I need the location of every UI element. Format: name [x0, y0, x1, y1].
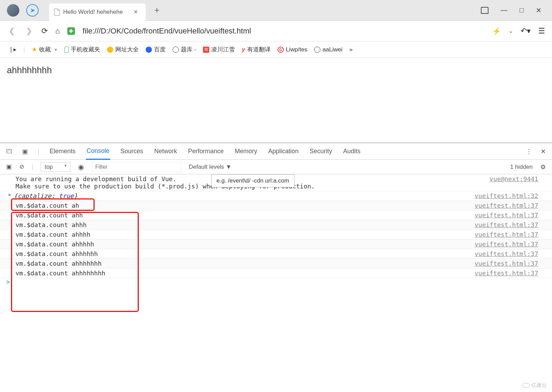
bookmark-label: 网址大全: [115, 46, 139, 53]
gear-icon[interactable]: ⚙: [540, 163, 546, 171]
undo-button[interactable]: ↶▾: [521, 27, 531, 36]
bookmark-label: Liwp/tes: [286, 46, 307, 53]
extensions-toggle[interactable]: ❘▸: [9, 46, 17, 53]
bookmark-label: 有道翻译: [247, 46, 271, 53]
address-bar: ❮ ❯ ⟳ ⌂ ✚ file:///D:/OK/Code/frontEnd/vu…: [0, 21, 552, 41]
bookmark-sites[interactable]: 网址大全: [107, 46, 139, 53]
console-sidebar-toggle-icon[interactable]: ▣: [6, 163, 12, 170]
log-row: vm.$data.count ahhhvueiftest.html:37: [0, 220, 552, 230]
menu-button[interactable]: ☰: [538, 27, 545, 36]
skin-icon[interactable]: [481, 7, 488, 14]
clear-console-icon[interactable]: ⊘: [19, 163, 24, 170]
chevron-down-icon[interactable]: ⌄: [509, 28, 513, 34]
watermark: 亿速云: [522, 382, 547, 389]
browser-tab[interactable]: Hello World! hehehehe ×: [49, 3, 146, 21]
console-toolbar: ▣ ⊘ | top ◉ Default levels ▼ 1 hidden ⚙: [0, 160, 552, 174]
log-source-link[interactable]: vueiftest.html:37: [475, 241, 538, 248]
bookmark-favorites[interactable]: ★收藏▼: [32, 46, 58, 53]
log-row: vm.$data.count ahhhhvueiftest.html:37: [0, 230, 552, 239]
eye-icon[interactable]: ◉: [78, 163, 84, 171]
devtools: ⮹ ▣ | Elements Console Sources Network P…: [0, 143, 552, 285]
tab-network[interactable]: Network: [154, 144, 178, 159]
bookmark-youdao[interactable]: y有道翻译: [242, 46, 270, 53]
tab-console[interactable]: Console: [86, 143, 110, 160]
url-text[interactable]: file:///D:/OK/Code/frontEnd/vueHello/vue…: [83, 27, 485, 36]
tab-performance[interactable]: Performance: [187, 144, 224, 159]
log-source-link[interactable]: vueiftest.html:37: [475, 250, 538, 257]
log-row: vm.$data.count ahhvueiftest.html:37: [0, 210, 552, 220]
log-message: vm.$data.count ahhhhh: [16, 241, 475, 248]
bookmark-mobile[interactable]: 手机收藏夹: [65, 46, 100, 53]
youdao-icon: y: [242, 46, 245, 53]
divider: |: [23, 47, 25, 53]
log-source-link[interactable]: vueiftest.html:37: [475, 212, 538, 219]
tiku-icon: [173, 47, 179, 53]
tab-sources[interactable]: Sources: [120, 144, 144, 159]
log-source-link[interactable]: vueiftest.html:32: [475, 192, 538, 199]
home-button[interactable]: ⌂: [55, 27, 60, 36]
log-message: vm.$data.count ahhhhhhh: [16, 260, 475, 267]
tab-audits[interactable]: Audits: [342, 144, 361, 159]
tab-elements[interactable]: Elements: [49, 144, 76, 159]
log-message: vm.$data.count ahhh: [16, 221, 475, 228]
baidu-icon: [146, 47, 152, 53]
minimize-button[interactable]: —: [501, 6, 507, 14]
log-message: vm.$data.count ahhhhhh: [16, 250, 475, 257]
log-source-link[interactable]: vue@next:9441: [490, 175, 538, 183]
console-prompt[interactable]: >: [0, 278, 552, 285]
console-body: You are running a development build of V…: [0, 174, 552, 285]
bookmark-liwp[interactable]: GLiwp/tes: [278, 46, 307, 53]
maximize-button[interactable]: □: [520, 6, 524, 14]
log-source-link[interactable]: vueiftest.html:37: [475, 202, 538, 209]
bookmark-label: aaLiwei: [322, 46, 342, 53]
new-tab-button[interactable]: +: [154, 5, 159, 16]
log-row: ▶ {captalize: true} vueiftest.html:32: [0, 191, 552, 201]
log-message: vm.$data.count ahhhhhhhh: [16, 270, 475, 277]
log-levels-select[interactable]: Default levels ▼: [189, 164, 232, 170]
divider: |: [38, 148, 39, 155]
expand-icon[interactable]: ▶: [9, 192, 11, 197]
bookmark-baidu[interactable]: 百度: [146, 46, 166, 53]
back-button[interactable]: ❮: [7, 25, 17, 37]
forward-button[interactable]: ❯: [24, 25, 34, 37]
bookmark-tiku[interactable]: 题库 -: [173, 46, 196, 53]
bookmark-label: 凌川江雪: [211, 46, 235, 53]
log-source-link[interactable]: vueiftest.html:37: [475, 260, 538, 267]
devtools-menu-icon[interactable]: ⋮: [526, 148, 532, 155]
bookmark-more[interactable]: »: [349, 46, 352, 53]
nav-compass-icon[interactable]: ➤: [26, 4, 39, 17]
log-row: vm.$data.count ahvueiftest.html:37: [0, 201, 552, 210]
object-key: captalize:: [18, 192, 55, 199]
tab-memory[interactable]: Memory: [234, 144, 258, 159]
context-select[interactable]: top: [41, 162, 70, 172]
tab-security[interactable]: Security: [309, 144, 333, 159]
devtools-close-icon[interactable]: ✕: [541, 148, 546, 155]
tab-application[interactable]: Application: [268, 144, 299, 159]
log-source-link[interactable]: vueiftest.html:37: [475, 221, 538, 228]
titlebar: ➤ Hello World! hehehehe × + — □ ✕: [0, 0, 552, 21]
close-window-button[interactable]: ✕: [536, 6, 542, 14]
bookmark-lingchuan[interactable]: 简凌川江雪: [203, 46, 235, 53]
bookmark-aaliwei[interactable]: aaLiwei: [314, 46, 342, 53]
devtools-tabs: ⮹ ▣ | Elements Console Sources Network P…: [0, 143, 552, 160]
log-message: vm.$data.count ahh: [16, 212, 475, 219]
log-row: vm.$data.count ahhhhhhhhvueiftest.html:3…: [0, 268, 552, 278]
filter-input[interactable]: [91, 162, 181, 172]
shield-icon[interactable]: ✚: [67, 27, 75, 35]
gitee-icon: G: [278, 47, 284, 53]
bolt-icon[interactable]: ⚡: [492, 27, 501, 35]
bookmarks-bar: ❘▸ | ★收藏▼ 手机收藏夹 网址大全 百度 题库 - 简凌川江雪 y有道翻译…: [0, 41, 552, 58]
log-source-link[interactable]: vueiftest.html:37: [475, 270, 538, 277]
hidden-count[interactable]: 1 hidden: [510, 164, 533, 170]
device-toggle-icon[interactable]: ▣: [22, 148, 28, 155]
log-row: vm.$data.count ahhhhhhhvueiftest.html:37: [0, 259, 552, 268]
bookmark-label: 手机收藏夹: [71, 46, 100, 53]
inspect-icon[interactable]: ⮹: [6, 148, 12, 155]
log-row: vm.$data.count ahhhhhhvueiftest.html:37: [0, 249, 552, 259]
reload-button[interactable]: ⟳: [41, 27, 48, 36]
avatar[interactable]: [7, 4, 19, 17]
log-object[interactable]: {captalize: true}: [14, 192, 475, 199]
log-message: vm.$data.count ah: [16, 202, 475, 209]
tab-close-button[interactable]: ×: [131, 8, 141, 16]
log-source-link[interactable]: vueiftest.html:37: [475, 231, 538, 238]
